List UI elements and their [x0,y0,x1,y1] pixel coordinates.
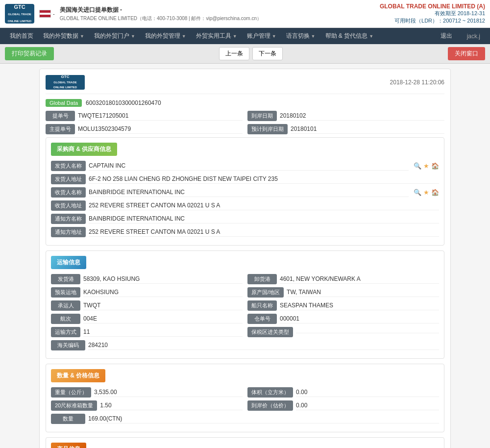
home-icon[interactable]: 🏠 [431,189,439,196]
quantity-section-header: 数量 & 价格信息 [51,369,105,382]
master-bill-row: 主提单号 MOLU13502304579 预计到岸日期 20180101 [46,124,444,134]
nav-home[interactable]: 我的首页 [5,28,38,44]
voyage-label: 航次 [51,314,80,324]
planned-arrival-col: 预计到岸日期 20180101 [247,124,444,134]
close-button[interactable]: 关闭窗口 [448,47,485,60]
departure-label: 发货港 [51,274,80,284]
company-name: GLOBAL TRADE ONLINE LIMITED (A) [380,3,485,10]
nav-arrow: ▼ [80,34,84,39]
top-toolbar: 打印贸易记录 上一条 下一条 关闭窗口 [0,44,490,64]
supplier-section: 采购商 & 供应商信息 发货人名称 CAPTAIN INC 🔍 ★ 🏠 发货人地… [46,137,444,246]
record-card: GTCGLOBAL TRADEONLINE LIMITED 2018-12-28… [39,69,451,448]
vessel-label: 船只名称 [247,300,277,311]
unit-price-label: 到岸价（估价） [247,400,293,411]
home-icon[interactable]: 🏠 [431,162,439,170]
voyage-col: 航次 004E [51,314,243,324]
nav-account[interactable]: 账户管理 ▼ [242,28,281,44]
mode-value: 11 [83,327,243,337]
prev-button[interactable]: 上一条 [219,47,249,60]
carrier-value: TWQT [83,301,243,310]
quantity-section: 数量 & 价格信息 重量（公斤） 3,535.00 体积（立方米） 0.00 2… [46,364,444,432]
shipper-addr-row: 发货人地址 6F-2 NO 258 LIAN CHENG RD ZHONGHE … [51,174,439,184]
consignee-icons: 🔍 ★ 🏠 [414,189,439,196]
nav-language[interactable]: 语言切换 ▼ [281,28,320,44]
card-logo: GTCGLOBAL TRADEONLINE LIMITED [46,75,85,90]
carrier-label: 承运人 [51,300,80,311]
notify-name-label: 通知方名称 [51,214,86,224]
header-left: GTCGLOBAL TRADEONLINE LIMITED - 美国海关进口提单… [5,4,262,24]
voyage-row: 航次 004E 仓单号 000001 [51,314,439,324]
nav-arrow: ▼ [233,34,237,39]
arrival-date-label: 到岸日期 [247,111,277,121]
transport-section: 运输信息 发货港 58309, KAO HSIUNG 卸货港 4601, NEW… [46,250,444,359]
container-value: 000001 [280,314,439,324]
origin-col: 原产国/地区 TW, TAIWAN [247,287,439,298]
flag-separator: - [53,11,55,17]
nav-management[interactable]: 我的外贸管理 ▼ [140,28,191,44]
global-data-value: 60032018010300001260470 [86,100,161,106]
star-icon[interactable]: ★ [423,189,429,196]
nav-logout[interactable]: 退出 [436,28,457,44]
container-col: 仓单号 000001 [247,314,439,324]
consignee-name-row: 收货人名称 BAINBRIDGE INTERNATIONAL INC 🔍 ★ 🏠 [51,187,439,198]
mode-label: 运输方式 [51,327,80,337]
planned-arrival-label: 预计到岸日期 [247,124,288,134]
valid-until: 有效期至 2018-12-31 [380,10,485,17]
planned-arrival-value: 20180101 [291,124,444,134]
bonded-label: 保税区进关类型 [247,327,293,337]
next-button[interactable]: 下一条 [252,47,283,60]
nav-arrow: ▼ [311,34,316,39]
main-content: GTCGLOBAL TRADEONLINE LIMITED 2018-12-28… [0,64,490,448]
time-credit: 可用时段（LDR）：200712 ~ 201812 [380,17,485,25]
master-bill-col: 主提单号 MOLU13502304579 [46,124,243,134]
consignee-name-label: 收货人名称 [51,187,86,198]
print-button[interactable]: 打印贸易记录 [5,47,54,60]
shipper-addr-value: 6F-2 NO 258 LIAN CHENG RD ZHONGHE DIST N… [89,174,439,184]
container-label: 仓单号 [247,314,277,324]
search-icon[interactable]: 🔍 [414,162,421,170]
supplier-section-header: 采购商 & 供应商信息 [51,143,117,156]
departure-col: 发货港 58309, KAO HSIUNG [51,274,243,284]
page-title: 美国海关进口提单数据 - [60,6,262,14]
header: GTCGLOBAL TRADEONLINE LIMITED - 美国海关进口提单… [0,0,490,28]
origin-value: TW, TAIWAN [287,288,439,297]
port-row: 发货港 58309, KAO HSIUNG 卸货港 4601, NEW YORK… [51,274,439,284]
master-bill-value: MOLU13502304579 [78,124,243,134]
mode-col: 运输方式 11 [51,327,243,337]
weight-col: 重量（公斤） 3,535.00 [51,387,243,398]
nav-tools[interactable]: 外贸实用工具 ▼ [191,28,242,44]
notify-name-value: BAINBRIDGE INTERNATIONAL INC [89,214,439,224]
nav-arrow: ▼ [272,34,276,39]
header-right: GLOBAL TRADE ONLINE LIMITED (A) 有效期至 201… [380,3,485,25]
customs-value: 284210 [88,341,439,350]
flag-area: - [39,10,55,18]
nav-arrow: ▼ [131,34,135,39]
nav-portal[interactable]: 我的外贸门户 ▼ [89,28,140,44]
unit-price-value: 0.00 [296,401,439,410]
weight-label: 重量（公斤） [51,387,91,398]
shipper-name-label: 发货人名称 [51,161,86,171]
volume-value: 0.00 [296,388,439,397]
vessel-value: SEASPAN THAMES [280,301,439,310]
logo-text: GTCGLOBAL TRADEONLINE LIMITED [8,4,31,24]
master-bill-label: 主提单号 [46,124,75,134]
nav-help[interactable]: 帮助 & 货代信息 ▼ [320,28,379,44]
notify-name-row: 通知方名称 BAINBRIDGE INTERNATIONAL INC [51,214,439,224]
shipper-icons: 🔍 ★ 🏠 [414,162,439,170]
twenty-ft-col: 20尺标准箱数量 1.50 [51,400,243,411]
volume-col: 体积（立方米） 0.00 [247,387,439,398]
shipper-name-value: CAPTAIN INC [89,161,409,171]
search-icon[interactable]: 🔍 [414,189,421,196]
qty-label: 数量 [51,414,85,424]
qty-value: 169.00(CTN) [88,414,439,423]
flag-icon [39,10,51,18]
nav-trade-data[interactable]: 我的外贸数据 ▼ [38,28,89,44]
record-timestamp: 2018-12-28 11:20:06 [390,79,444,86]
carrier-col: 承运人 TWQT [51,300,243,311]
star-icon[interactable]: ★ [423,162,429,170]
transport-section-header: 运输信息 [51,256,86,269]
consignee-addr-value: 252 REVERE STREET CANTON MA 02021 U S A [89,201,439,210]
customs-row: 海关编码 284210 [51,340,439,350]
twenty-ft-value: 1.50 [100,401,243,410]
pre-carrier-col: 预装运地 KAOHSIUNG [51,287,243,298]
